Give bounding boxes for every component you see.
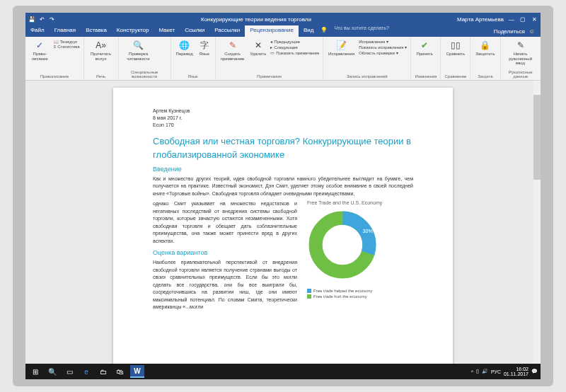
accessibility-icon: 🔍 (133, 40, 144, 51)
chart-title: Free Trade and the U.S. Economy (307, 200, 413, 205)
show-icon: ▭ (270, 50, 275, 55)
start-button[interactable]: ⊞ (28, 365, 42, 378)
word-icon[interactable]: W (130, 365, 144, 378)
new-comment-button[interactable]: ✎ Создать примечание (219, 39, 246, 62)
tab-mailings[interactable]: Рассылки (209, 25, 245, 37)
menu-bar: Файл Главная Вставка Конструктор Макет С… (25, 25, 541, 37)
close-icon[interactable]: ✕ (531, 16, 538, 23)
ribbon-group-compare: ▯▯ Сравнить Сравнение (441, 37, 470, 80)
thesaurus-button[interactable]: 📖Тезаурус (54, 39, 80, 44)
lightbulb-icon: 💡 (318, 25, 330, 37)
tablet-frame: 💾 ↶ ↷ Конкурирующие теории ведения торго… (13, 6, 553, 386)
legend-swatch (307, 294, 311, 299)
chart-label-70: 70% (325, 253, 336, 258)
save-icon[interactable]: 💾 (28, 16, 35, 23)
user-name: Марта Артемьева (457, 16, 504, 23)
doc-date: 8 мая 2017 г. (153, 115, 413, 122)
tray-network-icon[interactable]: ▯ (476, 369, 479, 374)
ribbon-group-protect: 🔒 Защитить Защита (470, 37, 500, 80)
tray-volume-icon[interactable]: 🔊 (482, 369, 488, 374)
notifications-icon[interactable]: 💬 (531, 369, 538, 374)
maximize-icon[interactable]: ▢ (519, 16, 526, 23)
language-button[interactable]: 字 Язык (197, 39, 212, 57)
tab-layout[interactable]: Макет (154, 25, 180, 37)
doc-subheading-options: Оценка вариантов (153, 249, 297, 256)
read-aloud-button[interactable]: A» Прочитать вслух (88, 39, 115, 62)
prev-icon: ◂ (270, 39, 272, 44)
book-icon: 📖 (54, 39, 59, 44)
translate-button[interactable]: 🌐 Перевод (175, 39, 195, 57)
track-changes-icon: 📝 (336, 40, 347, 51)
tell-me-input[interactable]: Что вы хотите сделать? (330, 25, 388, 37)
accessibility-button[interactable]: 🔍 Проверка читаемости (122, 39, 155, 62)
smiley-icon[interactable]: ☺ (529, 28, 535, 35)
next-comment-button[interactable]: ▸Следующее (270, 45, 319, 50)
compare-button[interactable]: ▯▯ Сравнить (444, 39, 466, 57)
title-bar: 💾 ↶ ↷ Конкурирующие теории ведения торго… (25, 13, 541, 25)
vertical-scrollbar[interactable] (533, 81, 541, 369)
accept-icon: ✔ (419, 40, 430, 51)
share-button[interactable]: Поделиться (494, 28, 525, 35)
edge-icon[interactable]: e (79, 365, 93, 378)
scroll-thumb[interactable] (533, 95, 541, 180)
next-icon: ▸ (270, 45, 272, 50)
ribbon-group-changes: ✔ Принять Изменения (411, 37, 441, 80)
tab-references[interactable]: Ссылки (180, 25, 209, 37)
donut-chart: 30% 70% (307, 209, 378, 280)
screen: 💾 ↶ ↷ Конкурирующие теории ведения торго… (25, 13, 541, 379)
chart-legend: Free trade helped the economy Free trade… (307, 289, 413, 299)
ribbon-group-accessibility: 🔍 Проверка читаемости Специальные возмож… (119, 37, 171, 80)
tray-language[interactable]: РУС (491, 369, 501, 374)
taskbar: ⊞ 🔍 ▭ e 🗀 🛍 W ^ ▯ 🔊 РУС 16:02 01.11.2017… (25, 364, 541, 379)
ribbon: ✓ Право- писание 📖Тезаурус ≡Статистика П… (25, 37, 541, 81)
protect-button[interactable]: 🔒 Защитить (474, 39, 496, 57)
redo-icon[interactable]: ↷ (48, 16, 55, 23)
new-comment-icon: ✎ (227, 40, 238, 51)
delete-comment-button[interactable]: ✕ Удалить (248, 39, 267, 57)
doc-paragraph: Наиболее привлекательной перспективой от… (153, 259, 297, 311)
tab-insert[interactable]: Вставка (81, 25, 112, 37)
minimize-icon[interactable]: — (508, 16, 515, 23)
ribbon-group-spelling: ✓ Право- писание 📖Тезаурус ≡Статистика П… (25, 37, 84, 80)
undo-icon[interactable]: ↶ (38, 16, 45, 23)
show-markup-dropdown[interactable]: Показать исправления ▾ (359, 45, 407, 50)
delete-comment-icon: ✕ (253, 40, 264, 51)
tab-file[interactable]: Файл (25, 25, 50, 37)
explorer-icon[interactable]: 🗀 (96, 365, 110, 378)
document-title: Конкурирующие теории ведения торговли (201, 16, 311, 23)
task-view-icon[interactable]: ▭ (62, 365, 76, 378)
tab-home[interactable]: Главная (50, 25, 81, 37)
tray-date[interactable]: 01.11.2017 (504, 371, 529, 376)
track-changes-button[interactable]: 📝 Исправления (327, 39, 356, 57)
ribbon-group-tracking: 📝 Исправления Исправления ▾ Показать исп… (323, 37, 411, 80)
tab-review[interactable]: Рецензирование (245, 25, 299, 37)
document-area: Артем Кузнецов 8 мая 2017 г. Econ 170 Св… (25, 81, 541, 369)
doc-paragraph: Как и множество других теорий, идея своб… (153, 175, 413, 198)
tab-view[interactable]: Вид (299, 25, 318, 37)
start-inking-button[interactable]: ✎ Начать рукописный ввод (504, 39, 537, 67)
lock-icon: 🔒 (480, 40, 491, 51)
accept-button[interactable]: ✔ Принять (415, 39, 434, 57)
prev-comment-button[interactable]: ◂Предыдущее (270, 39, 319, 44)
doc-author: Артем Кузнецов (153, 108, 413, 115)
stats-icon: ≡ (54, 45, 57, 49)
tray-time[interactable]: 16:02 (504, 367, 529, 371)
tab-design[interactable]: Конструктор (112, 25, 154, 37)
legend-swatch (307, 289, 311, 293)
store-icon[interactable]: 🛍 (113, 365, 127, 378)
tray-up-icon[interactable]: ^ (471, 369, 473, 374)
spelling-button[interactable]: ✓ Право- писание (29, 39, 51, 62)
pen-icon: ✎ (515, 40, 526, 51)
doc-heading: Свободная или честная торговля? Конкурир… (153, 135, 413, 161)
compare-icon: ▯▯ (450, 40, 461, 51)
show-comments-button[interactable]: ▭Показать примечания (270, 50, 319, 55)
read-aloud-icon: A» (96, 40, 107, 51)
doc-course: Econ 170 (153, 122, 413, 129)
display-mode-dropdown[interactable]: Исправления ▾ (359, 39, 407, 44)
search-icon[interactable]: 🔍 (45, 365, 59, 378)
svg-point-1 (316, 218, 369, 272)
ribbon-group-language: 🌐 Перевод 字 Язык Язык (171, 37, 216, 80)
reviewing-pane-dropdown[interactable]: Область проверки ▾ (359, 50, 407, 55)
statistics-button[interactable]: ≡Статистика (54, 45, 80, 49)
ribbon-group-ink: ✎ Начать рукописный ввод Рукописные данн… (501, 37, 541, 80)
